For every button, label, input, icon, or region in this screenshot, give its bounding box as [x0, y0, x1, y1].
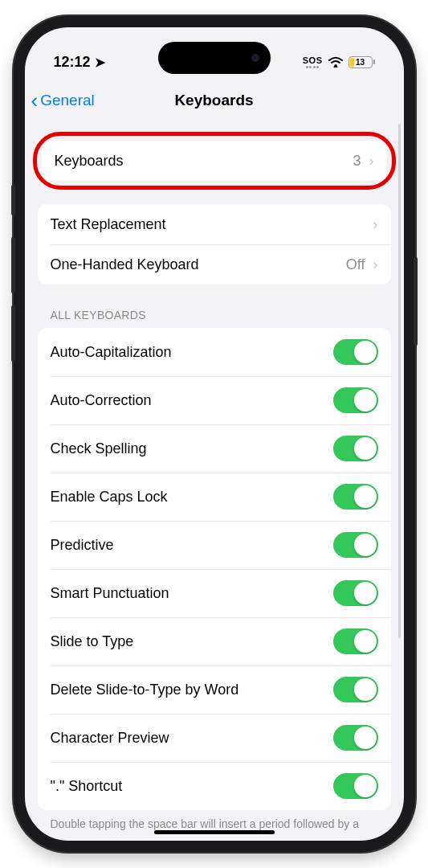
toggle-switch[interactable] [333, 339, 378, 365]
toggle-switch[interactable] [333, 532, 378, 558]
row-label: Enable Caps Lock [51, 489, 168, 506]
mute-switch [11, 185, 15, 215]
status-time: 12:12 [54, 54, 91, 71]
text-replacement-row[interactable]: Text Replacement › [38, 204, 391, 244]
toggle-row: Slide to Type [38, 617, 391, 665]
toggle-row: Auto-Capitalization [38, 328, 391, 376]
toggle-knob [354, 775, 377, 797]
toggle-knob [354, 727, 377, 749]
toggle-row: Predictive [38, 521, 391, 569]
row-label: Predictive [51, 537, 114, 554]
phone-frame: 12:12 ➤ SOS 13 [14, 16, 415, 852]
toggle-row: Delete Slide-to-Type by Word [38, 665, 391, 714]
home-indicator[interactable] [154, 830, 275, 834]
volume-down [11, 305, 15, 362]
chevron-right-icon: › [369, 153, 374, 170]
toggle-row: "." Shortcut [38, 762, 391, 810]
row-label: Delete Slide-to-Type by Word [51, 682, 239, 698]
toggle-switch[interactable] [333, 628, 378, 654]
toggle-knob [354, 630, 377, 653]
toggle-switch[interactable] [333, 387, 378, 413]
toggle-knob [354, 678, 377, 701]
chevron-right-icon: › [373, 216, 378, 233]
toggle-row: Auto-Correction [38, 376, 391, 424]
toggle-knob [354, 437, 377, 460]
highlight-annotation: Keyboards 3 › [33, 132, 396, 190]
row-label: Auto-Capitalization [51, 344, 172, 361]
toggle-switch[interactable] [333, 725, 378, 751]
row-label: Smart Punctuation [51, 585, 169, 602]
row-label: Check Spelling [51, 440, 147, 457]
row-label: Slide to Type [51, 633, 134, 650]
navigation-bar: ‹ General Keyboards [25, 79, 404, 122]
section-footer-text: Double tapping the space bar will insert… [38, 810, 391, 833]
row-label: Text Replacement [51, 216, 166, 233]
scrollbar[interactable] [398, 124, 401, 638]
all-keyboards-group: Auto-CapitalizationAuto-CorrectionCheck … [38, 328, 391, 810]
svg-point-0 [334, 64, 336, 67]
power-button [414, 257, 418, 346]
toggle-switch[interactable] [333, 677, 378, 702]
back-label: General [40, 92, 95, 109]
toggle-switch[interactable] [333, 484, 378, 510]
location-icon: ➤ [95, 55, 105, 70]
toggle-row: Enable Caps Lock [38, 473, 391, 521]
dynamic-island [158, 42, 271, 74]
toggle-knob [354, 534, 377, 556]
toggle-row: Smart Punctuation [38, 569, 391, 617]
toggle-switch[interactable] [333, 580, 378, 606]
toggle-knob [354, 485, 377, 508]
content-scroll[interactable]: Keyboards 3 › Text Replacement [25, 122, 404, 833]
toggle-switch[interactable] [333, 436, 378, 461]
volume-up [11, 237, 15, 293]
row-value: Off [346, 256, 365, 273]
toggle-row: Check Spelling [38, 424, 391, 473]
back-button[interactable]: ‹ General [31, 90, 95, 111]
chevron-left-icon: ‹ [31, 90, 39, 111]
keyboards-row[interactable]: Keyboards 3 › [42, 141, 387, 181]
sos-indicator: SOS [303, 56, 323, 68]
toggle-knob [354, 341, 377, 363]
battery-indicator: 13 [349, 56, 375, 68]
one-handed-keyboard-row[interactable]: One-Handed Keyboard Off › [38, 244, 391, 285]
row-label: Character Preview [51, 730, 169, 747]
row-value: 3 [353, 153, 361, 170]
row-label: One-Handed Keyboard [51, 256, 199, 273]
row-label: Auto-Correction [51, 392, 152, 409]
toggle-knob [354, 582, 377, 604]
row-label: Keyboards [55, 153, 124, 170]
toggle-switch[interactable] [333, 773, 378, 799]
section-header-all-keyboards: ALL KEYBOARDS [38, 285, 391, 328]
toggle-row: Character Preview [38, 714, 391, 762]
chevron-right-icon: › [373, 256, 378, 273]
wifi-icon [328, 56, 344, 68]
row-label: "." Shortcut [51, 778, 123, 795]
toggle-knob [354, 389, 377, 411]
